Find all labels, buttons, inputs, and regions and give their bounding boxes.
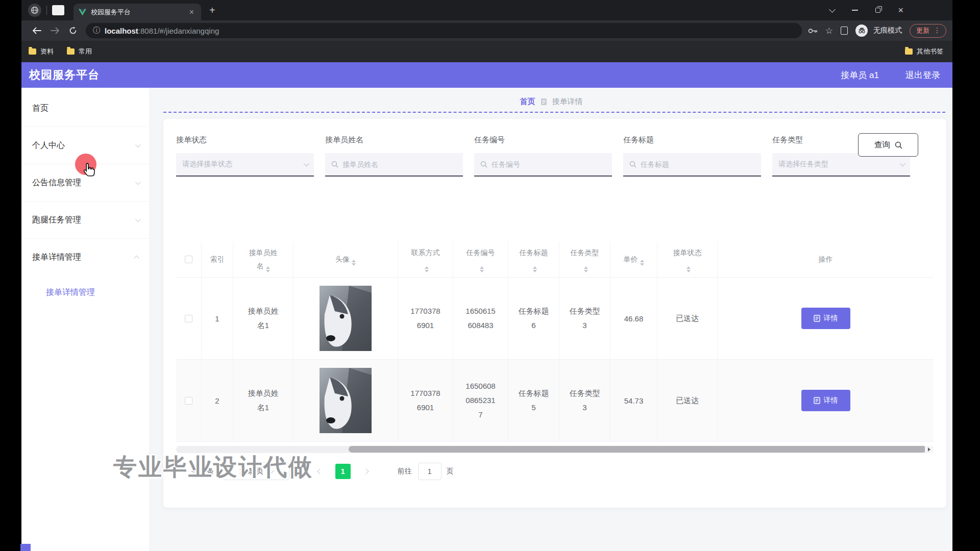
url-bar[interactable]: ⓘ localhost :8081/#/jiedanxiangqing [86, 23, 802, 38]
select-all-checkbox[interactable] [185, 256, 192, 263]
password-key-icon[interactable] [808, 28, 818, 34]
page-number-active[interactable]: 1 [335, 464, 351, 479]
sidebar-item-label: 个人中心 [32, 140, 65, 151]
browser-toolbar: ⓘ localhost :8081/#/jiedanxiangqing ☆ 无痕… [21, 20, 952, 41]
close-window-icon[interactable]: × [898, 6, 903, 15]
pinned-window-icon[interactable] [52, 5, 64, 15]
sort-caret-icon[interactable] [687, 266, 691, 272]
cell-task-title: 任务标题6 [518, 304, 550, 333]
task-title-input-wrap [623, 153, 761, 177]
update-button[interactable]: 更新 ⋮ [910, 24, 946, 38]
sort-caret-icon[interactable] [584, 266, 588, 272]
avatar[interactable] [320, 286, 372, 351]
goto-label: 前往 [398, 467, 412, 476]
filter-label: 任务标题 [623, 135, 761, 145]
vue-logo-icon [79, 9, 86, 16]
task-no-input-wrap [474, 153, 612, 177]
bookmark-folder-changyong[interactable]: 常用 [67, 47, 92, 56]
chrome-menu-icon[interactable]: ⋮ [934, 29, 941, 33]
cell-taker-name: 接单员姓名1 [247, 386, 280, 415]
column-header-sortable[interactable]: 任务标题 [508, 242, 559, 277]
column-header-sortable[interactable]: 任务类型 [559, 242, 610, 277]
window-controls: × [830, 0, 903, 20]
sort-caret-icon[interactable] [266, 266, 270, 272]
taker-name-input-wrap [325, 153, 463, 177]
column-header-sortable[interactable]: 联系方式 [398, 242, 453, 277]
column-header-sortable[interactable]: 单价 [610, 242, 657, 277]
column-header-sortable[interactable]: 接单状态 [657, 242, 718, 277]
sort-caret-icon[interactable] [480, 266, 484, 272]
next-page-button[interactable] [359, 464, 373, 479]
filter-label: 任务编号 [474, 135, 612, 145]
cell-price: 54.73 [624, 396, 644, 405]
folder-icon [67, 48, 75, 55]
column-header-sortable[interactable]: 任务编号 [453, 242, 508, 277]
sidebar-item-label: 跑腿任务管理 [32, 215, 81, 226]
goto-page-input[interactable] [418, 463, 442, 480]
sort-caret-icon[interactable] [640, 260, 644, 266]
column-header-sortable[interactable]: 接单员姓名 [233, 242, 293, 277]
sidebar-subitem-label: 接单详情管理 [46, 287, 95, 298]
column-header-sortable[interactable]: 头像 [293, 242, 398, 277]
sort-caret-icon[interactable] [425, 266, 429, 272]
bookmark-star-icon[interactable]: ☆ [825, 26, 833, 36]
order-status-select[interactable]: 请选择接单状态 [176, 153, 314, 177]
order-table: 索引 接单员姓名 头像 联系方式 任务编号 任务标题 任务类型 单价 接单状态 … [176, 242, 934, 442]
sidebar-item-home[interactable]: 首页 [21, 90, 150, 127]
sidebar-item-errand-tasks[interactable]: 跑腿任务管理 [21, 202, 150, 239]
extension-icon[interactable] [841, 27, 848, 35]
search-icon [895, 141, 902, 149]
cell-index: 1 [215, 314, 219, 323]
logout-link[interactable]: 退出登录 [905, 69, 940, 81]
cell-task-title: 任务标题5 [518, 386, 550, 415]
scrollbar-thumb[interactable] [349, 446, 926, 453]
detail-button[interactable]: 详情 [801, 390, 850, 411]
url-path: :8081/#/jiedanxiangqing [138, 27, 219, 35]
scrollbar-right-arrow[interactable] [925, 446, 934, 453]
screen: 校园服务平台 × + × ⓘ localho [0, 0, 980, 551]
breadcrumb-current: 接单详情 [552, 97, 583, 107]
bookmark-folder-ziliao[interactable]: 资料 [29, 47, 54, 56]
taker-name-input[interactable] [342, 160, 457, 168]
sidebar-subitem-order-detail-active[interactable]: 接单详情管理 [21, 276, 150, 309]
prev-page-button[interactable] [313, 464, 327, 479]
site-info-icon[interactable]: ⓘ [93, 26, 100, 35]
folder-icon [905, 48, 913, 55]
task-title-input[interactable] [641, 160, 755, 168]
search-icon [331, 161, 338, 168]
divider [46, 6, 47, 15]
sidebar-item-label: 公告信息管理 [32, 178, 81, 188]
bookmark-label: 常用 [79, 47, 92, 56]
new-tab-button[interactable]: + [209, 5, 215, 16]
detail-button[interactable]: 详情 [801, 308, 850, 329]
sort-caret-icon[interactable] [352, 260, 356, 266]
document-icon [541, 98, 547, 106]
back-icon[interactable] [32, 27, 41, 34]
browser-tab[interactable]: 校园服务平台 × [74, 4, 201, 20]
cell-phone: 17703786901 [409, 386, 442, 415]
restore-icon[interactable] [875, 8, 880, 13]
sort-caret-icon[interactable] [533, 266, 537, 272]
filter-bar: 接单状态 接单员姓名 任务编号 任务标题 任务类型 请选择接单状态 [176, 119, 934, 177]
other-bookmarks[interactable]: 其他书签 [905, 47, 943, 56]
forward-icon[interactable] [51, 27, 60, 34]
select-placeholder: 请选择接单状态 [182, 160, 304, 169]
window-menu-icon[interactable] [829, 6, 836, 13]
minimize-icon[interactable] [852, 10, 858, 11]
reload-icon[interactable] [69, 27, 77, 35]
sidebar-item-order-detail[interactable]: 接单详情管理 [21, 239, 150, 276]
bookmark-label: 资料 [40, 47, 54, 56]
task-no-input[interactable] [492, 160, 606, 168]
query-button[interactable]: 查询 [858, 133, 918, 157]
chevron-up-icon [134, 255, 139, 261]
avatar[interactable] [320, 368, 372, 433]
breadcrumb-home-link[interactable]: 首页 [520, 97, 535, 107]
table-row: 2 接单员姓名1 17703786901 165060808652317 任务标… [176, 360, 934, 442]
cell-task-no: 1650615608483 [464, 304, 497, 333]
globe-icon[interactable] [28, 4, 41, 17]
current-user: 接单员 a1 [841, 69, 879, 81]
content-card: 接单状态 接单员姓名 任务编号 任务标题 任务类型 请选择接单状态 [163, 119, 946, 508]
tab-close-icon[interactable]: × [187, 7, 196, 17]
row-checkbox[interactable] [185, 397, 192, 405]
row-checkbox[interactable] [185, 315, 192, 322]
